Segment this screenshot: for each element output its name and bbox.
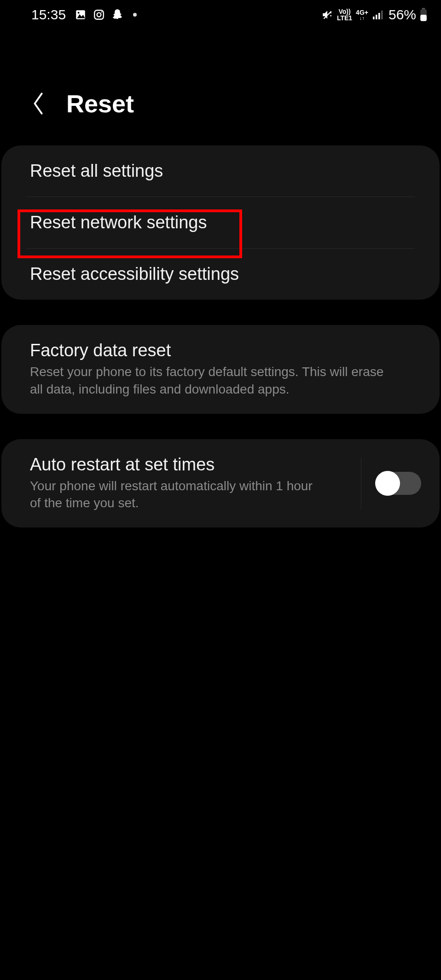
battery-icon (420, 8, 427, 22)
row-subtitle: Your phone will restart automatically wi… (30, 477, 325, 512)
svg-rect-7 (376, 15, 377, 19)
svg-rect-12 (420, 15, 427, 21)
status-time: 15:35 (31, 7, 66, 23)
page-header: Reset (0, 29, 441, 145)
signal-icon (372, 9, 383, 20)
battery-percentage: 56% (389, 7, 416, 23)
snapchat-icon (111, 8, 124, 21)
auto-restart-toggle[interactable] (375, 472, 421, 495)
row-subtitle: Reset your phone to its factory default … (30, 363, 384, 398)
back-button[interactable] (28, 90, 48, 117)
svg-rect-10 (422, 8, 425, 9)
row-title: Auto restart at set times (30, 455, 347, 475)
row-title: Reset network settings (30, 213, 411, 232)
factory-data-reset-row[interactable]: Factory data reset Reset your phone to i… (1, 325, 440, 414)
row-title: Factory data reset (30, 341, 411, 360)
svg-rect-6 (373, 17, 375, 19)
instagram-icon (93, 8, 105, 21)
svg-point-4 (97, 13, 101, 17)
chevron-left-icon (31, 92, 45, 116)
page-title: Reset (66, 89, 134, 118)
more-notifications-dot (133, 13, 137, 17)
auto-restart-group: Auto restart at set times Your phone wil… (1, 439, 440, 528)
row-title: Reset accessibility settings (30, 264, 411, 284)
toggle-knob (375, 471, 400, 496)
auto-restart-row[interactable]: Auto restart at set times Your phone wil… (1, 439, 440, 528)
reset-options-group: Reset all settings Reset network setting… (1, 145, 440, 300)
reset-accessibility-settings-row[interactable]: Reset accessibility settings (1, 249, 440, 300)
gallery-icon (74, 8, 87, 21)
svg-point-5 (101, 12, 103, 13)
reset-all-settings-row[interactable]: Reset all settings (1, 145, 440, 197)
volte-indicator: Vo)) LTE1 (337, 8, 352, 21)
row-title: Reset all settings (30, 161, 411, 181)
svg-rect-8 (378, 13, 380, 19)
svg-rect-9 (381, 11, 383, 19)
svg-point-2 (78, 12, 80, 14)
factory-data-reset-group: Factory data reset Reset your phone to i… (1, 325, 440, 414)
vertical-divider (361, 458, 361, 510)
network-type-indicator: 4G+ ↓↑ (356, 9, 368, 21)
status-bar: 15:35 (0, 0, 441, 29)
reset-network-settings-row[interactable]: Reset network settings (1, 197, 440, 248)
mute-icon (321, 9, 333, 21)
